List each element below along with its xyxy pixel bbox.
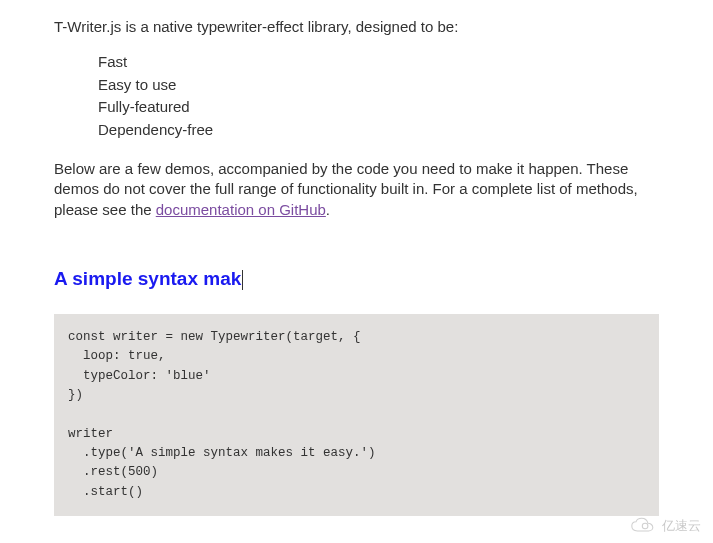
watermark: 亿速云 xyxy=(629,517,701,535)
svg-point-0 xyxy=(642,523,648,529)
typewriter-cursor-icon xyxy=(242,270,243,290)
feature-list: Fast Easy to use Fully-featured Dependen… xyxy=(54,51,659,141)
documentation-link[interactable]: documentation on GitHub xyxy=(156,201,326,218)
description-text: Below are a few demos, accompanied by th… xyxy=(54,159,659,220)
feature-item: Fast xyxy=(98,51,659,74)
feature-item: Easy to use xyxy=(98,74,659,97)
demo-heading-blue: A simple syntax mak xyxy=(54,268,659,290)
description-before-link: Below are a few demos, accompanied by th… xyxy=(54,160,638,218)
feature-item: Dependency-free xyxy=(98,119,659,142)
cloud-icon xyxy=(629,517,657,535)
feature-item: Fully-featured xyxy=(98,96,659,119)
code-block: const writer = new Typewriter(target, { … xyxy=(54,314,659,516)
watermark-text: 亿速云 xyxy=(662,517,701,535)
intro-text: T-Writer.js is a native typewriter-effec… xyxy=(54,16,659,37)
description-after-link: . xyxy=(326,201,330,218)
heading-blue-text: A simple syntax mak xyxy=(54,268,241,289)
